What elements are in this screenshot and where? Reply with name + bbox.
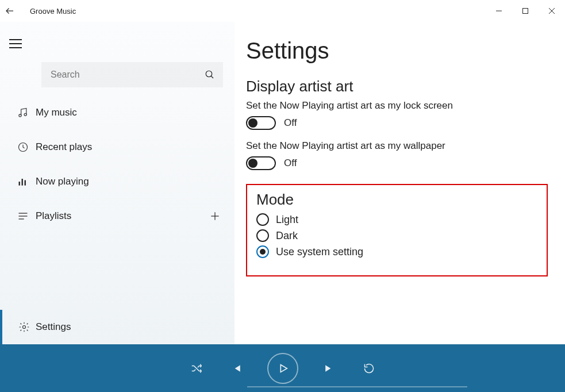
radio-label: Dark [276, 230, 298, 242]
search-box[interactable] [41, 62, 223, 87]
page-title: Settings [246, 38, 548, 64]
svg-point-17 [23, 326, 26, 329]
mode-option-light[interactable]: Light [256, 213, 537, 226]
titlebar: Groove Music [0, 0, 565, 22]
svg-rect-11 [25, 180, 26, 186]
mode-heading: Mode [256, 191, 537, 209]
previous-button[interactable] [227, 359, 247, 378]
sidebar-item-label: Recent plays [36, 141, 92, 153]
search-icon[interactable] [205, 70, 215, 80]
radio-icon [256, 213, 269, 226]
sidebar-item-my-music[interactable]: My music [0, 95, 235, 130]
mode-option-system[interactable]: Use system setting [256, 245, 537, 258]
sidebar: My music Recent plays Now playing Playli… [0, 22, 235, 344]
close-button[interactable] [539, 2, 565, 20]
sidebar-item-playlists[interactable]: Playlists [0, 199, 235, 233]
sidebar-item-label: Playlists [36, 210, 71, 222]
wallpaper-desc: Set the Now Playing artist art as my wal… [246, 140, 548, 152]
playlist-icon [10, 210, 36, 222]
svg-point-4 [206, 71, 212, 77]
wallpaper-toggle-state: Off [284, 157, 297, 169]
sidebar-item-settings[interactable]: Settings [0, 310, 235, 344]
app-title: Groove Music [30, 7, 76, 16]
repeat-button[interactable] [359, 359, 379, 378]
next-button[interactable] [319, 359, 339, 378]
svg-point-7 [24, 113, 26, 116]
radio-icon [256, 245, 269, 258]
shuffle-button[interactable] [187, 359, 206, 378]
add-playlist-button[interactable] [209, 210, 221, 222]
lockscreen-toggle-state: Off [284, 117, 297, 129]
radio-label: Light [276, 214, 298, 226]
settings-content: Settings Display artist art Set the Now … [235, 22, 565, 344]
svg-rect-10 [22, 179, 24, 186]
back-button[interactable] [5, 6, 28, 16]
maximize-button[interactable] [512, 2, 539, 20]
mode-section-highlight: Mode Light Dark Use system setting [246, 184, 548, 276]
lockscreen-desc: Set the Now Playing artist art as my loc… [246, 100, 548, 112]
now-playing-icon [10, 176, 36, 187]
radio-icon [256, 229, 269, 242]
sidebar-item-now-playing[interactable]: Now playing [0, 164, 235, 199]
clock-icon [10, 141, 36, 153]
svg-rect-1 [523, 9, 528, 14]
gear-icon [13, 321, 36, 333]
wallpaper-toggle[interactable] [246, 156, 276, 170]
music-note-icon [10, 107, 36, 118]
play-button[interactable] [267, 353, 298, 384]
playbar [0, 344, 565, 392]
lockscreen-toggle[interactable] [246, 116, 276, 130]
sidebar-item-label: Now playing [36, 176, 89, 187]
progress-bar[interactable] [247, 386, 467, 387]
sidebar-item-label: My music [36, 107, 77, 118]
window-buttons [486, 2, 565, 20]
minimize-button[interactable] [486, 2, 512, 20]
radio-label: Use system setting [276, 246, 363, 258]
sidebar-item-recent-plays[interactable]: Recent plays [0, 130, 235, 164]
hamburger-button[interactable] [9, 34, 32, 53]
search-input[interactable] [49, 69, 205, 80]
mode-option-dark[interactable]: Dark [256, 229, 537, 242]
svg-rect-9 [19, 182, 21, 186]
artist-art-heading: Display artist art [246, 78, 548, 95]
svg-line-5 [211, 76, 213, 78]
sidebar-item-label: Settings [36, 321, 71, 333]
